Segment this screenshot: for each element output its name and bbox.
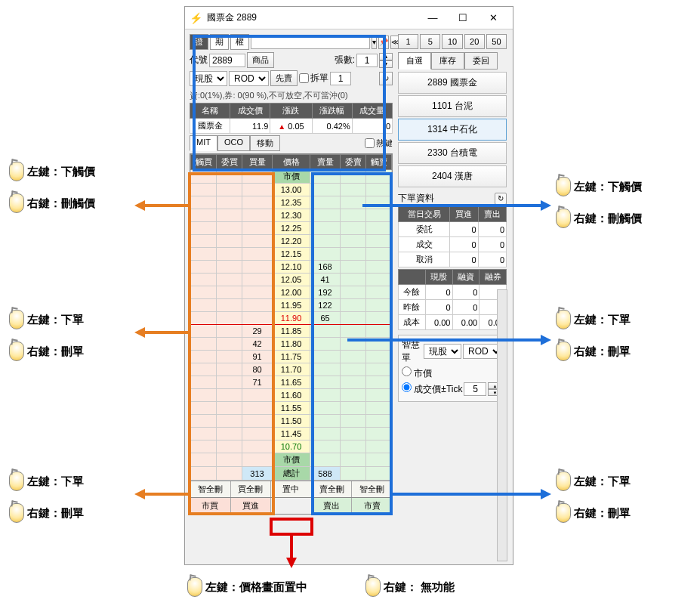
price-cell[interactable]: 12.10 <box>273 261 310 274</box>
ladder-action-1[interactable]: 買全刪 <box>231 481 272 497</box>
order-buy-cell[interactable] <box>217 184 242 196</box>
order-sell-cell[interactable] <box>341 402 366 415</box>
bid-vol-cell[interactable] <box>242 428 273 440</box>
trigger-buy-cell[interactable] <box>191 402 217 415</box>
price-cell[interactable]: 10.70 <box>273 440 310 453</box>
hotkey-checkbox[interactable] <box>365 138 375 148</box>
trigger-sell-cell[interactable] <box>366 440 392 453</box>
side-tab-2[interactable]: 委回 <box>464 52 498 70</box>
watch-item[interactable]: 2330 台積電 <box>398 142 507 164</box>
ask-vol-cell[interactable] <box>310 235 341 248</box>
qty-up-icon[interactable]: ▲ <box>379 53 393 60</box>
bid-vol-cell[interactable]: 80 <box>242 363 273 376</box>
trigger-sell-cell[interactable] <box>366 363 392 376</box>
order-buy-cell[interactable] <box>217 415 242 428</box>
bid-vol-cell[interactable] <box>242 274 273 286</box>
bid-vol-cell[interactable] <box>242 184 273 196</box>
order-sell-cell[interactable] <box>341 376 366 389</box>
ask-vol-cell[interactable] <box>310 402 341 415</box>
bid-vol-cell[interactable] <box>242 261 273 274</box>
order-sell-cell[interactable] <box>341 184 366 196</box>
bid-vol-cell[interactable]: 42 <box>242 338 273 351</box>
order-buy-cell[interactable] <box>217 196 242 209</box>
order-buy-cell[interactable] <box>217 363 242 376</box>
maximize-button[interactable]: ☐ <box>448 8 478 29</box>
order-buy-cell[interactable] <box>217 235 242 248</box>
trigger-sell-cell[interactable] <box>366 235 392 248</box>
price-cell[interactable]: 11.55 <box>273 402 310 415</box>
trigger-sell-cell[interactable] <box>366 184 392 196</box>
bid-vol-cell[interactable] <box>242 222 273 235</box>
order-sell-cell[interactable] <box>341 235 366 248</box>
product-button[interactable]: 商品 <box>247 52 274 68</box>
close-button[interactable]: ✕ <box>478 8 508 29</box>
ask-vol-cell[interactable] <box>310 376 341 389</box>
trigger-buy-cell[interactable] <box>191 274 217 286</box>
trigger-sell-cell[interactable] <box>366 351 392 363</box>
smart-tick-radio[interactable] <box>402 382 412 392</box>
code-input[interactable] <box>209 54 245 67</box>
ladder-action2-1[interactable]: 買進 <box>231 498 272 514</box>
qty-preset-1[interactable]: 1 <box>398 34 418 49</box>
smart-market-radio[interactable] <box>402 366 412 376</box>
order-sell-cell[interactable] <box>341 222 366 235</box>
price-cell[interactable]: 11.65 <box>273 376 310 389</box>
trigger-buy-cell[interactable] <box>191 248 217 261</box>
price-cell[interactable]: 12.30 <box>273 209 310 222</box>
trigger-sell-cell[interactable] <box>366 222 392 235</box>
side-tab-1[interactable]: 庫存 <box>431 52 464 70</box>
order-sell-cell[interactable] <box>341 440 366 453</box>
ask-vol-cell[interactable] <box>310 415 341 428</box>
ask-vol-cell[interactable]: 41 <box>310 274 341 286</box>
price-cell[interactable]: 11.45 <box>273 428 310 440</box>
trigger-sell-cell[interactable] <box>366 286 392 299</box>
dropdown-icon[interactable]: ▾ <box>372 36 377 49</box>
order-buy-cell[interactable] <box>217 338 242 351</box>
ask-vol-cell[interactable] <box>310 389 341 402</box>
order-buy-cell[interactable] <box>217 351 242 363</box>
bid-vol-cell[interactable] <box>242 389 273 402</box>
trigger-buy-cell[interactable] <box>191 184 217 196</box>
ladder-action-0[interactable]: 智全刪 <box>190 481 231 497</box>
trigger-sell-cell[interactable] <box>366 248 392 261</box>
side-tab-0[interactable]: 自選 <box>398 52 431 70</box>
tif-select[interactable]: ROD <box>229 71 269 86</box>
ladder-action-4[interactable]: 智全刪 <box>352 481 392 497</box>
refresh-icon[interactable]: ↻ <box>379 72 393 85</box>
order-buy-cell[interactable] <box>217 261 242 274</box>
ask-vol-cell[interactable] <box>310 351 341 363</box>
bid-vol-cell[interactable] <box>242 286 273 299</box>
trigger-buy-cell[interactable] <box>191 299 217 312</box>
trigger-buy-cell[interactable] <box>191 261 217 274</box>
price-cell[interactable]: 11.95 <box>273 299 310 312</box>
trigger-buy-cell[interactable] <box>191 312 217 325</box>
tab-stock[interactable]: 證 <box>190 34 208 50</box>
order-buy-cell[interactable] <box>217 286 242 299</box>
minimize-button[interactable]: ― <box>418 8 448 29</box>
ask-vol-cell[interactable] <box>310 338 341 351</box>
ladder-action2-0[interactable]: 市買 <box>190 498 231 514</box>
trigger-sell-cell[interactable] <box>366 376 392 389</box>
order-sell-cell[interactable] <box>341 248 366 261</box>
trigger-buy-cell[interactable] <box>191 440 217 453</box>
ask-vol-cell[interactable] <box>310 196 341 209</box>
ladder-action2-3[interactable]: 賣出 <box>312 498 353 514</box>
ask-vol-cell[interactable] <box>310 248 341 261</box>
price-cell[interactable]: 12.15 <box>273 248 310 261</box>
price-cell[interactable]: 11.80 <box>273 338 310 351</box>
ask-vol-cell[interactable]: 122 <box>310 299 341 312</box>
trigger-buy-cell[interactable] <box>191 376 217 389</box>
bid-vol-cell[interactable]: 71 <box>242 376 273 389</box>
trigger-sell-cell[interactable] <box>366 389 392 402</box>
order-sell-cell[interactable] <box>341 286 366 299</box>
order-buy-cell[interactable] <box>217 389 242 402</box>
order-buy-cell[interactable] <box>217 402 242 415</box>
price-cell[interactable]: 12.20 <box>273 235 310 248</box>
ask-vol-cell[interactable]: 192 <box>310 286 341 299</box>
bid-vol-cell[interactable] <box>242 209 273 222</box>
bid-vol-cell[interactable]: 91 <box>242 351 273 363</box>
order-sell-cell[interactable] <box>341 312 366 325</box>
subtab-mit[interactable]: MIT <box>190 135 217 151</box>
order-buy-cell[interactable] <box>217 209 242 222</box>
order-buy-cell[interactable] <box>217 274 242 286</box>
